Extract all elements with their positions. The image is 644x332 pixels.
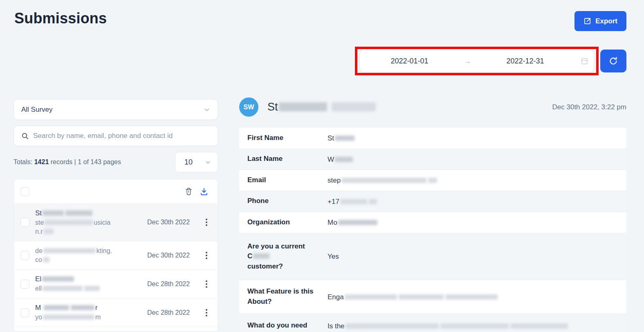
table-row[interactable]: M r yom Dec 28th 2022 xyxy=(14,298,218,327)
export-button-label: Export xyxy=(595,17,617,25)
download-button[interactable] xyxy=(198,185,210,198)
field-value: Is the know xyxy=(328,321,626,332)
field-label: Are you a current C customer? xyxy=(247,242,328,272)
totals-text: Totals: 1421 records | 1 of 143 pages xyxy=(13,158,121,166)
field-value: St xyxy=(328,133,626,144)
chevron-down-icon xyxy=(205,159,211,165)
row-checkbox[interactable] xyxy=(20,280,29,289)
field-label: Email xyxy=(247,175,328,185)
detail-row: First Name St xyxy=(239,128,626,149)
detail-row: Phone +17 xyxy=(239,191,626,212)
survey-select-value: All Survey xyxy=(21,106,53,114)
totals-count: 1421 xyxy=(34,158,49,165)
survey-select[interactable]: All Survey xyxy=(13,99,218,120)
submission-detail-panel: SW St Dec 30th 2022, 3:22 pm First Name … xyxy=(239,97,626,332)
avatar: SW xyxy=(239,97,258,117)
table-row[interactable]: St steusicia n.r Dec 30th 2022 xyxy=(14,204,218,241)
page-size-select[interactable]: 10 xyxy=(175,152,218,172)
contact-name: St xyxy=(267,101,552,113)
row-menu-button[interactable] xyxy=(201,250,212,261)
field-label: What Feature is this About? xyxy=(247,287,328,307)
detail-row: Last Name W xyxy=(239,149,626,170)
row-menu-button[interactable] xyxy=(201,307,212,318)
table-header-row xyxy=(14,179,218,204)
field-value: Yes xyxy=(328,251,626,262)
detail-row: Email step xyxy=(239,170,626,191)
field-value: W xyxy=(328,154,626,165)
contact-identity: dekting. co xyxy=(35,246,141,264)
delete-button[interactable] xyxy=(183,185,195,197)
table-row[interactable]: dekting. co Dec 30th 2022 xyxy=(14,241,218,270)
search-box[interactable] xyxy=(13,126,218,146)
refresh-button[interactable] xyxy=(600,50,626,72)
row-checkbox[interactable] xyxy=(20,218,29,227)
submission-date: Dec 28th 2022 xyxy=(147,280,195,288)
submission-date: Dec 28th 2022 xyxy=(147,309,195,316)
chevron-down-icon xyxy=(204,106,210,113)
submissions-page: Submissions Export 2022-01-01 → 2022-12-… xyxy=(0,0,644,332)
end-date-input[interactable]: 2022-12-31 xyxy=(476,57,575,65)
search-icon xyxy=(21,132,29,140)
field-value: Mo xyxy=(328,217,626,228)
table-row[interactable]: El ell Dec 28th 2022 xyxy=(14,270,218,298)
refresh-icon xyxy=(608,56,618,66)
field-value: step xyxy=(328,175,626,186)
contact-identity: St steusicia n.r xyxy=(35,209,141,236)
page-size-value: 10 xyxy=(184,158,193,167)
submission-timestamp: Dec 30th 2022, 3:22 pm xyxy=(552,103,626,111)
date-range-picker[interactable]: 2022-01-01 → 2022-12-31 xyxy=(359,50,594,72)
detail-row: Organization Mo xyxy=(239,212,626,233)
field-value: Enga xyxy=(328,291,626,303)
detail-table: First Name St Last Name W Email step Pho… xyxy=(239,128,626,332)
table-row xyxy=(14,327,218,331)
submissions-table: St steusicia n.r Dec 30th 2022 dekting. … xyxy=(13,179,218,331)
row-checkbox[interactable] xyxy=(20,251,29,260)
field-label: Last Name xyxy=(247,154,328,164)
submissions-list-panel: All Survey Totals: 1421 records | 1 of 1… xyxy=(13,99,218,331)
contact-identity: M r yom xyxy=(35,303,141,322)
field-value: +17 xyxy=(328,196,626,207)
contact-identity: El ell xyxy=(35,275,141,293)
select-all-checkbox[interactable] xyxy=(20,187,29,196)
field-label: What do you need help with today? xyxy=(247,321,328,332)
field-label: Organization xyxy=(247,217,328,228)
detail-row: What do you need help with today? Is the… xyxy=(239,314,626,332)
page-title: Submissions xyxy=(14,10,107,27)
detail-row: Are you a current C customer? Yes xyxy=(239,233,626,280)
field-label: Phone xyxy=(247,196,328,206)
row-menu-button[interactable] xyxy=(201,217,212,228)
search-input[interactable] xyxy=(33,132,210,140)
detail-row: What Feature is this About? Enga xyxy=(239,280,626,314)
submission-date: Dec 30th 2022 xyxy=(147,252,195,259)
row-checkbox[interactable] xyxy=(20,308,29,317)
range-arrow-icon: → xyxy=(459,57,476,65)
row-menu-button[interactable] xyxy=(201,279,212,289)
field-label: First Name xyxy=(247,133,328,143)
submission-date: Dec 30th 2022 xyxy=(147,219,195,226)
calendar-icon[interactable] xyxy=(575,57,594,65)
start-date-input[interactable]: 2022-01-01 xyxy=(360,57,459,65)
export-button[interactable]: Export xyxy=(574,11,626,31)
export-icon xyxy=(583,17,591,25)
